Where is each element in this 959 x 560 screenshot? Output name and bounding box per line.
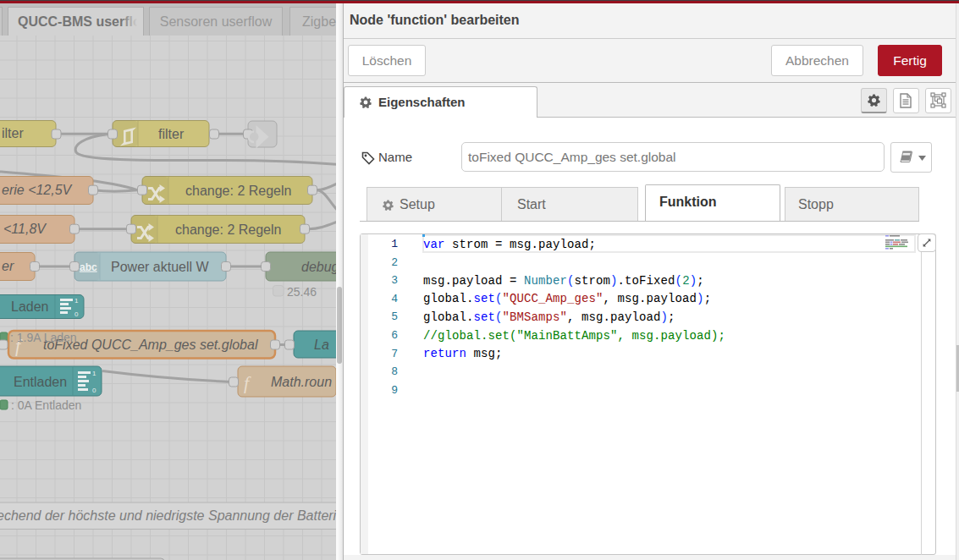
svg-text:1: 1 <box>92 370 96 377</box>
svg-text:0: 0 <box>74 310 79 318</box>
svg-text:Entladen: Entladen <box>14 375 67 389</box>
svg-text:echend der höchste und niedrig: echend der höchste und niedrigste Spannu… <box>0 508 336 523</box>
svg-text:abc: abc <box>80 261 97 273</box>
svg-text:La: La <box>314 338 329 352</box>
svg-text:erie <12,5V: erie <12,5V <box>2 183 73 197</box>
svg-text:0: 0 <box>92 387 96 394</box>
svg-text:filter: filter <box>158 127 185 141</box>
svg-text:Laden: Laden <box>11 299 49 314</box>
svg-text:Power aktuell W: Power aktuell W <box>111 260 209 274</box>
svg-text:25.46: 25.46 <box>287 285 317 299</box>
svg-text:er: er <box>2 259 14 273</box>
svg-text:change: 2 Regeln: change: 2 Regeln <box>185 184 291 198</box>
svg-text:Math.roun: Math.roun <box>271 375 332 389</box>
svg-text:1: 1 <box>74 297 79 305</box>
svg-text:<11,8V: <11,8V <box>3 222 47 236</box>
svg-text:: 0A Entladen: : 0A Entladen <box>11 398 81 412</box>
svg-text:: 1.9A Laden: : 1.9A Laden <box>10 331 77 344</box>
svg-text:change: 2 Regeln: change: 2 Regeln <box>175 222 281 237</box>
svg-text:debug: debug <box>301 260 336 274</box>
svg-text:ilter: ilter <box>2 126 24 140</box>
